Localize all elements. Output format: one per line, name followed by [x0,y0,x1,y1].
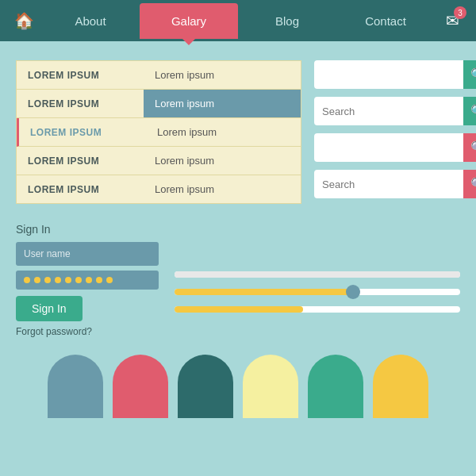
slider-1[interactable] [175,271,460,278]
nav-item-blog[interactable]: Blog [238,3,336,39]
col2-label: Lorem ipsum [146,118,301,146]
password-dot [44,277,51,283]
color-swatch-dark-teal [178,355,233,418]
search-input-3[interactable] [314,142,463,154]
password-field[interactable] [16,271,159,290]
color-swatch-green [308,355,363,418]
navbar: 🏠 About Galary Blog Contact ✉ 3 [0,0,476,41]
col2-label: Lorem ipsum [144,61,301,89]
signin-title: Sign In [16,223,159,236]
password-dot [65,277,71,283]
col1-label: LOREM IPSUM [17,148,144,175]
password-dot [96,277,102,283]
password-dot [106,277,113,283]
password-dot [86,277,92,283]
color-swatch-teal [48,355,103,418]
search-button-3[interactable]: 🔍 [463,133,476,162]
menu-table: LOREM IPSUM Lorem ipsum LOREM IPSUM Lore… [16,60,301,204]
signin-panel: Sign In Sign In Forgot password? [16,223,159,337]
table-row[interactable]: LOREM IPSUM Lorem ipsum [17,118,301,147]
col1-label: LOREM IPSUM [17,176,144,203]
search-bars-panel: 🔍 🔍 🔍 🔍 [314,60,476,204]
search-bar-4: 🔍 [314,170,476,198]
search-bar-3: 🔍 [314,133,476,162]
table-row[interactable]: LOREM IPSUM Lorem ipsum [17,90,301,118]
table-row[interactable]: LOREM IPSUM Lorem ipsum [17,175,301,203]
search-bar-1: 🔍 [314,60,476,89]
search-bar-2: 🔍 [314,97,476,125]
nav-item-about[interactable]: About [41,3,140,39]
slider-fill-1 [175,271,460,278]
password-dot [34,277,40,283]
color-palette [0,347,476,418]
notification-badge: 3 [454,6,466,19]
bottom-section: Sign In Sign In Forgot password? [0,217,476,347]
password-dot [24,277,30,283]
search-button-4[interactable]: 🔍 [463,170,476,198]
table-row[interactable]: LOREM IPSUM Lorem ipsum [17,61,301,90]
nav-home-button[interactable]: 🏠 [6,3,41,38]
forgot-password-link[interactable]: Forgot password? [16,326,159,337]
slider-fill-3 [175,306,303,313]
col2-label: Lorem ipsum [144,147,301,175]
slider-2[interactable] [175,289,460,295]
color-swatch-yellow [243,355,298,418]
col2-label: Lorem ipsum [144,90,301,117]
search-input-2[interactable] [314,106,463,117]
password-dot [55,277,61,283]
signin-button[interactable]: Sign In [16,296,83,321]
color-swatch-red [113,355,168,418]
slider-fill-2 [175,289,351,295]
search-input-4[interactable] [314,178,463,190]
color-swatch-gold [373,355,428,418]
col1-label: LOREM IPSUM [19,119,146,146]
slider-3[interactable] [175,306,460,313]
search-input-1[interactable] [314,69,463,81]
table-row[interactable]: LOREM IPSUM Lorem ipsum [17,147,301,175]
sliders-panel [175,223,460,337]
main-content: LOREM IPSUM Lorem ipsum LOREM IPSUM Lore… [0,48,476,217]
nav-item-contact[interactable]: Contact [336,3,435,39]
nav-item-galary[interactable]: Galary [140,3,238,39]
nav-mail-button[interactable]: ✉ 3 [435,3,470,38]
username-input[interactable] [16,242,159,266]
slider-thumb-2[interactable] [346,285,360,299]
col2-label: Lorem ipsum [144,175,301,203]
col1-label: LOREM IPSUM [17,62,144,89]
search-button-2[interactable]: 🔍 [463,97,476,125]
search-button-1[interactable]: 🔍 [463,60,476,89]
col1-label: LOREM IPSUM [17,90,144,117]
password-dot [75,277,82,283]
